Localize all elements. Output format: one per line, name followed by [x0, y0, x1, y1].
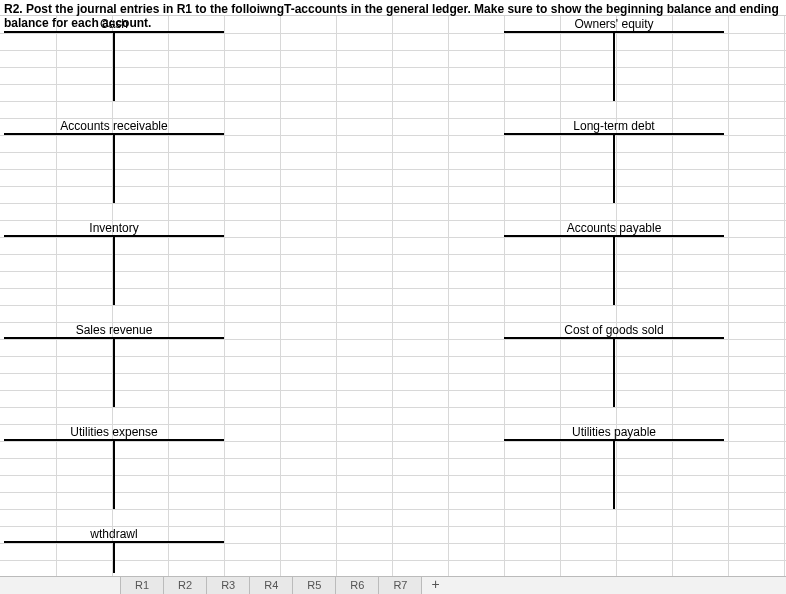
t-account-title: Utilities payable	[504, 424, 724, 441]
t-account-title: wthdrawl	[4, 526, 224, 543]
t-account-body[interactable]	[4, 33, 224, 101]
t-account-cost-of-goods-sold: Cost of goods sold	[504, 322, 724, 407]
t-account-title: Inventory	[4, 220, 224, 237]
t-account-accounts-receivable: Accounts receivable	[4, 118, 224, 203]
t-account-title: Cash	[4, 16, 224, 33]
sheet-tab-r7[interactable]: R7	[378, 577, 422, 595]
t-account-body[interactable]	[504, 135, 724, 203]
sheet-tab-bar: R1 R2 R3 R4 R5 R6 R7 +	[0, 576, 786, 594]
t-account-body[interactable]	[504, 33, 724, 101]
t-account-title: Accounts receivable	[4, 118, 224, 135]
t-account-body[interactable]	[504, 237, 724, 305]
t-account-withdrawal: wthdrawl	[4, 526, 224, 573]
t-account-inventory: Inventory	[4, 220, 224, 305]
sheet-tab-r3[interactable]: R3	[206, 577, 250, 595]
sheet-tab-r6[interactable]: R6	[335, 577, 379, 595]
t-account-title: Cost of goods sold	[504, 322, 724, 339]
t-account-title: Owners' equity	[504, 16, 724, 33]
t-account-owners-equity: Owners' equity	[504, 16, 724, 101]
sheet-tab-r4[interactable]: R4	[249, 577, 293, 595]
t-account-body[interactable]	[4, 339, 224, 407]
t-account-body[interactable]	[4, 237, 224, 305]
spreadsheet-grid[interactable]: Cash Accounts receivable Inventory Sales…	[0, 16, 786, 576]
t-account-body[interactable]	[4, 441, 224, 509]
t-account-sales-revenue: Sales revenue	[4, 322, 224, 407]
t-account-body[interactable]	[4, 135, 224, 203]
t-account-body[interactable]	[504, 339, 724, 407]
t-account-body[interactable]	[504, 441, 724, 509]
add-sheet-button[interactable]: +	[421, 577, 449, 595]
t-account-utilities-payable: Utilities payable	[504, 424, 724, 509]
sheet-tab-r5[interactable]: R5	[292, 577, 336, 595]
t-account-utilities-expense: Utilities expense	[4, 424, 224, 509]
sheet-tab-r1[interactable]: R1	[120, 577, 164, 595]
t-account-body[interactable]	[4, 543, 224, 573]
t-account-title: Accounts payable	[504, 220, 724, 237]
t-account-long-term-debt: Long-term debt	[504, 118, 724, 203]
t-account-cash: Cash	[4, 16, 224, 101]
instructions-header: R2. Post the journal entries in R1 to th…	[0, 0, 786, 16]
t-account-title: Sales revenue	[4, 322, 224, 339]
t-account-title: Long-term debt	[504, 118, 724, 135]
t-account-accounts-payable: Accounts payable	[504, 220, 724, 305]
sheet-tab-r2[interactable]: R2	[163, 577, 207, 595]
t-account-title: Utilities expense	[4, 424, 224, 441]
